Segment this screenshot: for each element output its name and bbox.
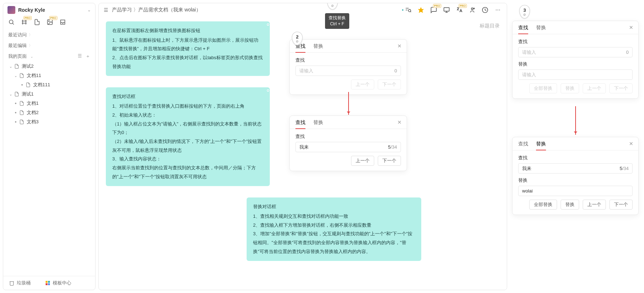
close-icon[interactable]: ✕ bbox=[629, 25, 633, 30]
find-dialog-filled: 查找 替换 ✕ 查找 5/34 上一个 下一个 bbox=[289, 115, 407, 171]
more-icon[interactable]: ⋯ bbox=[494, 6, 502, 14]
share-icon[interactable] bbox=[468, 6, 476, 14]
tree-item[interactable]: •文档111 bbox=[5, 80, 93, 89]
close-icon[interactable]: ✕ bbox=[397, 119, 402, 125]
replace-dialog-filled: 查找 替换 ✕ 查找 5/34 替换 全部替换 替换 上一个 下一个 bbox=[512, 137, 639, 215]
prev-button[interactable]: 上一个 bbox=[583, 83, 606, 93]
tree-item[interactable]: •文档2 bbox=[5, 108, 93, 117]
tree-item[interactable]: ⌄测试1 bbox=[5, 89, 93, 99]
svg-point-16 bbox=[472, 8, 473, 10]
trash-button[interactable]: 垃圾桶 bbox=[9, 280, 31, 286]
page-icon bbox=[14, 91, 20, 97]
replace-button[interactable]: 替换 bbox=[561, 200, 579, 210]
plus-icon[interactable]: ＋ bbox=[86, 53, 90, 60]
close-icon[interactable]: ✕ bbox=[629, 141, 633, 146]
find-input[interactable] bbox=[522, 166, 620, 171]
page-icon bbox=[19, 110, 25, 115]
ai-icon[interactable]: PRO bbox=[20, 18, 28, 26]
tree-item[interactable]: ⌄文档11 bbox=[5, 71, 93, 80]
inbox-icon[interactable] bbox=[59, 18, 67, 26]
prev-button[interactable]: 上一个 bbox=[351, 79, 374, 89]
svg-rect-7 bbox=[48, 283, 50, 285]
next-button[interactable]: 下一个 bbox=[378, 79, 401, 89]
outline-toggle[interactable]: 标题目录 bbox=[480, 23, 500, 29]
callout-block: 查找对话框 1、对话框位置位于查找替换入口图标按钮的下方，页面的右上角 2、初始… bbox=[106, 87, 270, 186]
find-label: 查找 bbox=[518, 38, 633, 45]
breadcrumb[interactable]: 产品学习 〉产品需求文档（我来 wolai） bbox=[112, 7, 201, 13]
tab-find[interactable]: 查找 bbox=[518, 25, 528, 34]
list-icon[interactable]: ☰ bbox=[78, 53, 82, 60]
page-icon bbox=[14, 63, 20, 69]
toggle-icon[interactable]: ⌄ bbox=[8, 92, 13, 96]
result-count: 5/34 bbox=[388, 144, 397, 150]
bullet-icon: • bbox=[13, 119, 18, 125]
workspace-switcher[interactable]: Rocky Kyle ⌄ bbox=[3, 3, 95, 17]
main-panel: ☰ 产品学习 〉产品需求文档（我来 wolai） PRO PRO ⋯ 标题目录 … bbox=[98, 3, 507, 290]
find-input[interactable] bbox=[299, 144, 388, 150]
image-icon[interactable]: PRO bbox=[46, 18, 54, 26]
replace-input[interactable] bbox=[522, 72, 629, 77]
page-content: 标题目录 在星标置顶图标左侧新增查找替换图标按钮 1、鼠标悬浮在图标按钮上时，下… bbox=[99, 17, 507, 287]
chevron-right-icon: 〉 bbox=[29, 43, 32, 48]
prev-button[interactable]: 上一个 bbox=[351, 156, 374, 166]
prev-button[interactable]: 上一个 bbox=[583, 200, 606, 210]
replace-input-wrap bbox=[518, 186, 633, 196]
star-icon[interactable] bbox=[417, 6, 425, 14]
page-icon bbox=[19, 119, 25, 125]
quick-add-icon[interactable] bbox=[33, 18, 41, 26]
history-icon[interactable] bbox=[481, 6, 489, 14]
user-name: Rocky Kyle bbox=[18, 7, 87, 13]
next-button[interactable]: 下一个 bbox=[609, 200, 633, 210]
recent-edit[interactable]: 最近编辑〉 bbox=[3, 40, 95, 51]
annotation-marker: 3⊘ bbox=[519, 5, 530, 19]
find-input-wrap: 0 bbox=[295, 66, 401, 76]
close-icon[interactable]: ✕ bbox=[397, 43, 402, 49]
comment-icon[interactable]: PRO bbox=[430, 6, 438, 14]
replace-all-button[interactable]: 全部替换 bbox=[529, 200, 557, 210]
templates-button[interactable]: 模板中心 bbox=[45, 280, 71, 286]
page-tree: ⌄测试2 ⌄文档11 •文档111 ⌄测试1 •文档1 •文档2 •文档3 bbox=[3, 62, 95, 127]
replace-button[interactable]: 替换 bbox=[561, 83, 579, 93]
tab-replace[interactable]: 替换 bbox=[313, 119, 323, 129]
connector-dot bbox=[267, 89, 269, 92]
result-count: 0 bbox=[395, 68, 397, 73]
tab-find[interactable]: 查找 bbox=[518, 141, 528, 150]
svg-point-0 bbox=[9, 20, 13, 24]
svg-point-3 bbox=[48, 21, 49, 21]
tab-replace[interactable]: 替换 bbox=[536, 25, 546, 34]
next-button[interactable]: 下一个 bbox=[378, 156, 401, 166]
tab-replace[interactable]: 替换 bbox=[536, 141, 546, 150]
chevron-down-icon: ⌄ bbox=[87, 7, 91, 12]
replace-label: 替换 bbox=[518, 61, 633, 67]
tree-item[interactable]: ⌄测试2 bbox=[5, 62, 93, 71]
tab-find[interactable]: 查找 bbox=[295, 119, 305, 129]
tree-item[interactable]: •文档3 bbox=[5, 117, 93, 127]
page-icon bbox=[19, 73, 25, 78]
present-icon[interactable] bbox=[443, 6, 450, 14]
tab-replace[interactable]: 替换 bbox=[313, 43, 323, 52]
bullet-icon: • bbox=[13, 101, 18, 106]
search-icon[interactable] bbox=[7, 18, 15, 26]
toggle-icon[interactable]: ⌄ bbox=[13, 74, 18, 78]
callout-block: 在星标置顶图标左侧新增查找替换图标按钮 1、鼠标悬浮在图标按钮上时，下方展示悬浮… bbox=[106, 21, 270, 76]
toggle-icon[interactable]: ⌄ bbox=[8, 65, 13, 68]
find-input[interactable] bbox=[522, 50, 626, 55]
replace-input[interactable] bbox=[522, 188, 629, 194]
sidebar: Rocky Kyle ⌄ PRO PRO 最近访问〉 最近编辑〉 我的页面 ⌄ … bbox=[3, 3, 96, 290]
translate-icon[interactable]: PRO bbox=[455, 6, 463, 14]
find-replace-icon[interactable] bbox=[404, 6, 412, 14]
replace-label: 替换 bbox=[518, 177, 633, 184]
replace-all-button[interactable]: 全部替换 bbox=[529, 83, 557, 93]
menu-icon[interactable]: ☰ bbox=[104, 7, 108, 13]
svg-rect-6 bbox=[46, 283, 47, 285]
my-pages-header[interactable]: 我的页面 ⌄ ☰＋ bbox=[3, 51, 95, 62]
find-label: 查找 bbox=[518, 155, 633, 161]
recent-visit[interactable]: 最近访问〉 bbox=[3, 30, 95, 40]
next-button[interactable]: 下一个 bbox=[609, 83, 633, 93]
page-icon bbox=[19, 101, 25, 106]
find-input-wrap: 0 bbox=[518, 47, 633, 57]
svg-line-11 bbox=[411, 11, 411, 12]
find-input[interactable] bbox=[299, 68, 395, 73]
svg-marker-12 bbox=[418, 7, 424, 13]
tree-item[interactable]: •文档1 bbox=[5, 99, 93, 108]
